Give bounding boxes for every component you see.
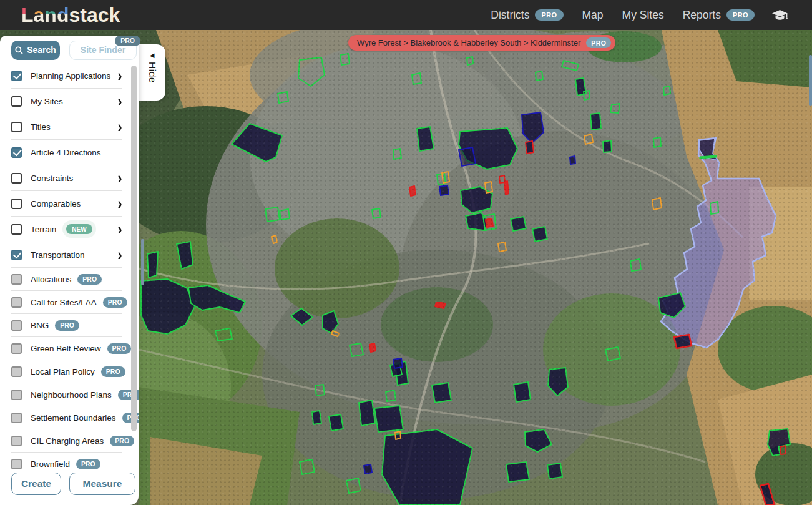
layer-row-comparables[interactable]: Comparables › — [11, 191, 122, 217]
nav-item-label: My Sites — [622, 9, 664, 22]
layer-row-article-4-directions[interactable]: Article 4 Directions — [11, 140, 122, 165]
map-polygon-red[interactable] — [435, 302, 446, 308]
layer-checkbox[interactable] — [11, 250, 22, 260]
layer-row-titles[interactable]: Titles › — [11, 114, 122, 140]
layer-row-brownfield[interactable]: Brownfield PRO — [11, 453, 122, 470]
map-polygon-green[interactable] — [417, 127, 434, 151]
layer-row-transportation[interactable]: Transportation › — [11, 242, 122, 268]
nav-item-label: Map — [582, 9, 604, 22]
app-logo[interactable]: Landstack — [21, 5, 120, 25]
layer-checkbox[interactable] — [11, 96, 22, 107]
layer-checkbox[interactable] — [11, 122, 22, 132]
breadcrumb[interactable]: Wyre Forest > Blakebrook & Habberley Sou… — [348, 35, 615, 51]
map-polygon-red[interactable] — [674, 335, 692, 348]
nav-item-reports[interactable]: Reports PRO — [683, 9, 755, 22]
layer-label: Titles — [31, 122, 51, 132]
nav-item-map[interactable]: Map — [582, 9, 604, 22]
map-polygon-green[interactable] — [603, 140, 612, 152]
nav-item-my-sites[interactable]: My Sites — [622, 9, 664, 22]
layer-label: Brownfield — [31, 459, 70, 469]
layer-checkbox[interactable] — [11, 413, 22, 423]
logo-letter: L — [21, 5, 34, 25]
layer-checkbox[interactable] — [11, 459, 22, 469]
layer-checkbox[interactable] — [11, 436, 22, 446]
nav-item-districts[interactable]: Districts PRO — [491, 9, 563, 22]
chevron-right-icon[interactable]: › — [117, 70, 122, 82]
layer-row-my-sites[interactable]: My Sites › — [11, 89, 122, 114]
chevron-right-icon[interactable]: › — [117, 249, 122, 261]
layer-checkbox[interactable] — [11, 366, 22, 377]
map-polygon-red[interactable] — [504, 181, 509, 195]
map-scrollbar-right[interactable] — [809, 55, 812, 106]
map-polygon-green[interactable] — [506, 462, 529, 482]
map-polygon-blue[interactable] — [570, 156, 575, 164]
map-polygon-red[interactable] — [369, 343, 376, 352]
layer-checkbox[interactable] — [11, 199, 22, 209]
layer-badge: PRO — [107, 343, 132, 354]
chevron-right-icon[interactable]: › — [117, 121, 122, 133]
layer-checkbox[interactable] — [11, 343, 22, 354]
map-polygon-green[interactable] — [329, 414, 343, 431]
layer-row-constraints[interactable]: Constraints › — [11, 165, 122, 191]
nav-item-label: Districts — [491, 9, 529, 22]
map-polygon-blue[interactable] — [364, 464, 372, 474]
layer-badge: PRO — [103, 297, 127, 308]
map-polygon-blue[interactable] — [393, 358, 403, 368]
layer-row-bng[interactable]: BNG PRO — [11, 314, 122, 337]
map-polygon-green[interactable] — [511, 217, 526, 231]
map-scrollbar-left[interactable] — [141, 239, 144, 285]
map-polygon-green[interactable] — [147, 252, 158, 278]
map-polygon-blue[interactable] — [459, 147, 476, 166]
map-polygon-red[interactable] — [409, 186, 416, 196]
layer-badge: PRO — [110, 436, 134, 446]
layer-checkbox[interactable] — [11, 224, 22, 235]
map-polygon-red[interactable] — [526, 141, 534, 154]
layer-checkbox[interactable] — [11, 173, 22, 184]
map-polygon-green[interactable] — [590, 113, 601, 130]
measure-button[interactable]: Measure — [69, 473, 135, 495]
layer-label: Green Belt Review — [31, 344, 101, 353]
map-polygon-green[interactable] — [374, 406, 403, 432]
layer-label: Planning Applications — [31, 71, 110, 81]
map-polygon-green[interactable] — [514, 382, 531, 402]
map-polygon-green[interactable] — [575, 78, 586, 96]
layer-row-neighbourhood-plans[interactable]: Neighbourhood Plans PRO — [11, 383, 122, 406]
map-polygon-green[interactable] — [532, 227, 547, 242]
sidebar-scrollbar-thumb[interactable] — [131, 66, 137, 431]
hide-panel-tab[interactable]: ◀ Hide — [139, 44, 165, 101]
layer-checkbox[interactable] — [11, 274, 22, 285]
chevron-right-icon[interactable]: › — [117, 96, 122, 107]
map-polygon-green[interactable] — [547, 463, 562, 479]
layer-row-planning-applications[interactable]: Planning Applications › — [11, 63, 122, 89]
layer-row-local-plan-policy[interactable]: Local Plan Policy PRO — [11, 360, 122, 383]
layer-row-green-belt-review[interactable]: Green Belt Review PRO — [11, 337, 122, 360]
layer-badge: NEW — [66, 224, 92, 234]
map-polygon-green[interactable] — [382, 429, 472, 505]
map-polygon-green[interactable] — [432, 383, 451, 403]
layer-row-allocations[interactable]: Allocations PRO — [11, 268, 122, 291]
chevron-right-icon[interactable]: › — [117, 223, 122, 235]
map-polygon-blue[interactable] — [439, 185, 449, 195]
map-polygon-green[interactable] — [312, 411, 321, 424]
layer-checkbox[interactable] — [11, 71, 22, 81]
layer-checkbox[interactable] — [11, 390, 22, 400]
nav-menu: Districts PRO Map My Sites Reports PRO — [491, 9, 755, 22]
layer-label: Local Plan Policy — [31, 367, 95, 376]
academy-graduation-cap-icon[interactable] — [771, 9, 788, 22]
layer-row-terrain[interactable]: Terrain NEW › — [11, 217, 122, 242]
map-polygon-red[interactable] — [486, 218, 493, 227]
search-button[interactable]: Search — [11, 41, 60, 60]
layer-row-cil-charging-areas[interactable]: CIL Charging Areas PRO — [11, 429, 122, 453]
layer-badge: PRO — [55, 320, 79, 331]
layer-label: Settlement Boundaries — [31, 413, 116, 423]
layer-row-settlement-boundaries[interactable]: Settlement Boundaries PRO — [11, 406, 122, 429]
layer-checkbox[interactable] — [11, 320, 22, 331]
layer-row-call-for-sites-laa[interactable]: Call for Sites/LAA PRO — [11, 291, 122, 314]
chevron-right-icon[interactable]: › — [117, 198, 122, 210]
layer-badge: PRO — [101, 366, 125, 377]
layer-checkbox[interactable] — [11, 147, 22, 158]
chevron-right-icon[interactable]: › — [117, 172, 122, 184]
layer-checkbox[interactable] — [11, 297, 22, 308]
map-polygon-green[interactable] — [359, 400, 375, 426]
create-button[interactable]: Create — [11, 473, 61, 495]
